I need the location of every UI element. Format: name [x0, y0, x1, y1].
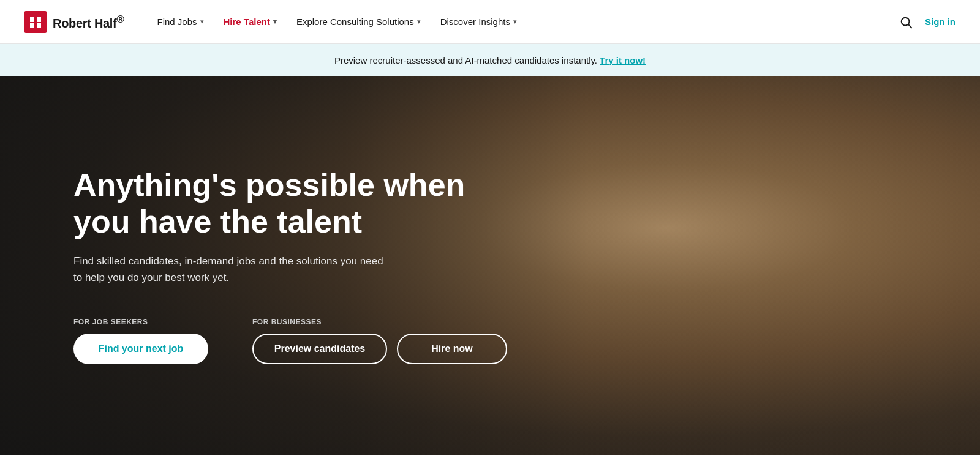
hero-headline: Anything's possible when you have the ta…: [74, 167, 490, 241]
discover-insights-chevron-icon: ▾: [513, 18, 517, 26]
nav-links: Find Jobs ▾ Hire Talent ▾ Explore Consul…: [148, 12, 899, 32]
businesses-cta: FOR BUSINESSES Preview candidates Hire n…: [252, 318, 507, 364]
hero-subtext: Find skilled candidates, in-demand jobs …: [74, 253, 392, 286]
hire-talent-chevron-icon: ▾: [273, 18, 277, 26]
find-jobs-chevron-icon: ▾: [200, 18, 204, 26]
nav-discover-insights[interactable]: Discover Insights ▾: [432, 12, 526, 32]
banner-text: Preview recruiter-assessed and AI-matche…: [334, 55, 597, 65]
banner-link[interactable]: Try it now!: [600, 55, 646, 65]
logo-icon: [24, 11, 47, 33]
search-button[interactable]: [899, 15, 913, 29]
nav-right: Sign in: [899, 15, 956, 29]
svg-line-5: [908, 24, 911, 28]
svg-rect-3: [37, 23, 41, 28]
logo-text: Robert Half®: [53, 13, 124, 31]
explore-consulting-chevron-icon: ▾: [417, 18, 421, 26]
nav-find-jobs[interactable]: Find Jobs ▾: [148, 12, 212, 32]
preview-candidates-button[interactable]: Preview candidates: [252, 334, 387, 364]
signin-button[interactable]: Sign in: [925, 17, 956, 27]
nav-explore-consulting[interactable]: Explore Consulting Solutions ▾: [288, 12, 429, 32]
navbar: Robert Half® Find Jobs ▾ Hire Talent ▾ E…: [0, 0, 980, 44]
svg-rect-1: [37, 17, 41, 22]
find-job-button[interactable]: Find your next job: [74, 334, 208, 364]
cta-section: FOR JOB SEEKERS Find your next job FOR B…: [74, 318, 490, 364]
hero-content: Anything's possible when you have the ta…: [74, 76, 490, 455]
logo[interactable]: Robert Half®: [24, 11, 124, 33]
hero-section: Anything's possible when you have the ta…: [0, 76, 980, 455]
job-seekers-label: FOR JOB SEEKERS: [74, 318, 208, 326]
svg-rect-2: [30, 23, 34, 28]
announcement-banner: Preview recruiter-assessed and AI-matche…: [0, 44, 980, 76]
search-icon: [899, 15, 913, 29]
businesses-label: FOR BUSINESSES: [252, 318, 507, 326]
hire-now-button[interactable]: Hire now: [397, 334, 507, 364]
logo-trademark: ®: [116, 13, 124, 25]
nav-hire-talent[interactable]: Hire Talent ▾: [215, 12, 285, 32]
business-buttons: Preview candidates Hire now: [252, 334, 507, 364]
job-seekers-cta: FOR JOB SEEKERS Find your next job: [74, 318, 208, 364]
svg-rect-0: [30, 17, 34, 22]
